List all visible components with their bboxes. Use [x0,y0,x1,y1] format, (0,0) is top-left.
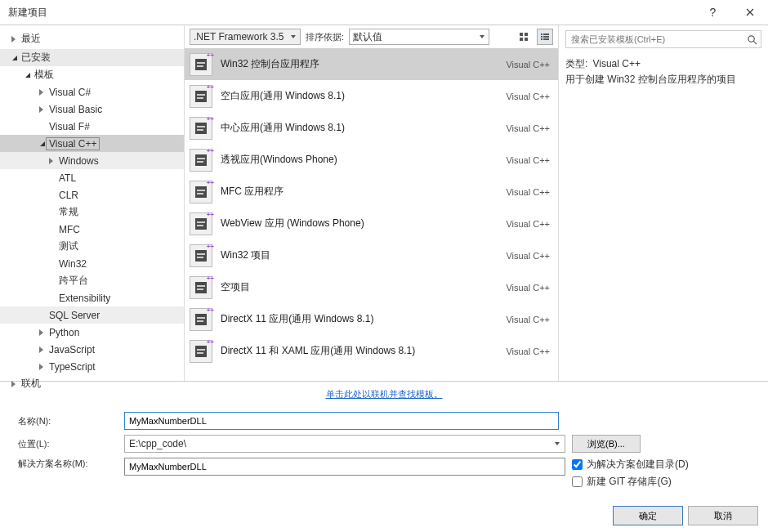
sidebar-item-javascript[interactable]: JavaScript [0,341,184,358]
view-icons-button[interactable] [516,29,532,45]
svg-rect-11 [197,62,205,64]
description: 类型: Visual C++ 用于创建 Win32 控制台应用程序的项目 [565,56,761,87]
template-name: WebView 应用 (Windows Phone) [221,217,506,230]
template-icon: ++ [190,276,212,299]
sidebar-item-csharp[interactable]: Visual C# [0,83,184,101]
template-language: Visual C++ [506,283,550,293]
template-item[interactable]: ++空白应用(通用 Windows 8.1)Visual C++ [185,80,558,112]
solution-name-label: 解决方案名称(M): [18,458,124,470]
template-item[interactable]: ++空项目Visual C++ [185,271,558,303]
git-checkbox[interactable]: 新建 GIT 存储库(G) [572,475,750,489]
svg-rect-21 [197,161,203,163]
svg-rect-9 [543,38,549,40]
svg-rect-16 [195,123,207,134]
template-item[interactable]: ++MFC 应用程序Visual C++ [185,176,558,208]
chevron-right-icon [11,381,18,387]
template-name: 透视应用(Windows Phone) [221,153,506,167]
sidebar-item-cpp-windows[interactable]: Windows [0,152,184,169]
sidebar-templates[interactable]: 模板 [0,66,184,83]
chevron-down-icon [25,72,31,78]
chevron-right-icon [49,158,56,164]
list-icon [540,32,550,42]
sidebar-item-cpp-atl[interactable]: ATL [0,169,184,186]
sidebar-item-cpp-mfc[interactable]: MFC [0,221,184,238]
template-item[interactable]: ++DirectX 11 和 XAML 应用(通用 Windows 8.1)Vi… [185,335,558,367]
sidebar-online[interactable]: 联机 [0,377,184,391]
template-item[interactable]: ++中心应用(通用 Windows 8.1)Visual C++ [185,112,558,144]
close-button[interactable] [731,0,768,25]
svg-rect-37 [195,346,207,357]
sidebar-item-cpp-常规[interactable]: 常规 [0,203,184,221]
dialog-footer: 确定 取消 [613,506,758,525]
template-item[interactable]: ++WebView 应用 (Windows Phone)Visual C++ [185,208,558,239]
template-icon: ++ [190,244,212,267]
framework-select[interactable]: .NET Framework 3.5 [190,29,301,45]
sort-select[interactable]: 默认值 [349,29,489,45]
sidebar-item-vb[interactable]: Visual Basic [0,101,184,118]
svg-rect-19 [195,154,207,166]
template-icon: ++ [190,181,212,203]
chevron-right-icon [39,106,46,113]
dialog-title: 新建项目 [8,6,694,20]
template-item[interactable]: ++Win32 控制台应用程序Visual C++ [185,48,558,80]
svg-rect-1 [525,33,528,36]
sidebar-item-cpp-win32[interactable]: Win32 [0,255,184,272]
chevron-right-icon [39,364,46,370]
template-icon: ++ [190,53,212,76]
template-list[interactable]: ++Win32 控制台应用程序Visual C++++空白应用(通用 Windo… [185,48,558,381]
template-item[interactable]: ++透视应用(Windows Phone)Visual C++ [185,144,558,176]
template-icon: ++ [190,308,212,331]
sidebar-item-python[interactable]: Python [0,324,184,341]
search-input[interactable] [566,34,743,44]
template-name: 中心应用(通用 Windows 8.1) [221,121,506,135]
svg-rect-38 [197,349,205,351]
template-name: DirectX 11 和 XAML 应用(通用 Windows 8.1) [221,344,506,358]
sidebar-item-typescript[interactable]: TypeScript [0,358,184,375]
svg-point-40 [748,35,754,41]
svg-rect-8 [541,38,543,40]
template-item[interactable]: ++DirectX 11 应用(通用 Windows 8.1)Visual C+… [185,303,558,335]
template-language: Visual C++ [506,346,550,356]
sidebar-item-cpp-跨平台[interactable]: 跨平台 [0,272,184,289]
sidebar-item-cpp-测试[interactable]: 测试 [0,238,184,255]
sidebar-recent[interactable]: 最近 [0,30,184,47]
create-directory-checkbox[interactable]: 为解决方案创建目录(D) [572,458,750,472]
template-language: Visual C++ [506,155,550,165]
ok-button[interactable]: 确定 [613,506,683,525]
sidebar-item-fsharp[interactable]: Visual F# [0,118,184,135]
sidebar-item-sql-server[interactable]: SQL Server [0,306,184,324]
svg-rect-6 [541,36,543,38]
template-name: 空白应用(通用 Windows 8.1) [221,89,506,103]
template-icon: ++ [190,85,212,108]
details-panel: 类型: Visual C++ 用于创建 Win32 控制台应用程序的项目 [559,25,768,381]
sidebar-installed[interactable]: 已安装 [0,49,184,66]
view-list-button[interactable] [537,29,553,45]
browse-button[interactable]: 浏览(B)... [572,435,641,453]
template-language: Visual C++ [506,60,550,69]
online-templates-link[interactable]: 单击此处以联机并查找模板。 [326,389,443,399]
chevron-right-icon [11,36,18,42]
help-button[interactable]: ? [694,0,731,25]
location-input[interactable]: E:\cpp_code\ [124,435,565,453]
cancel-button[interactable]: 取消 [688,506,758,525]
svg-rect-32 [197,285,205,287]
svg-rect-25 [195,218,207,230]
svg-rect-12 [197,65,203,67]
chevron-down-icon [11,55,18,61]
sidebar-item-cpp-extensibility[interactable]: Extensibility [0,289,184,306]
solution-name-input[interactable] [124,458,565,476]
search-box[interactable] [565,30,761,48]
name-input[interactable] [124,412,559,430]
sidebar-item-cpp[interactable]: Visual C++ [0,135,184,152]
svg-rect-24 [197,193,203,194]
template-name: 空项目 [221,280,506,294]
template-icon: ++ [190,212,212,235]
description-text: 用于创建 Win32 控制台应用程序的项目 [565,74,736,85]
template-item[interactable]: ++Win32 项目Visual C++ [185,239,558,271]
search-icon[interactable] [743,31,761,47]
svg-rect-23 [197,190,205,191]
sidebar-item-cpp-clr[interactable]: CLR [0,186,184,203]
title-bar: 新建项目 ? [0,0,768,25]
svg-rect-36 [197,320,203,322]
chevron-right-icon [39,346,46,353]
